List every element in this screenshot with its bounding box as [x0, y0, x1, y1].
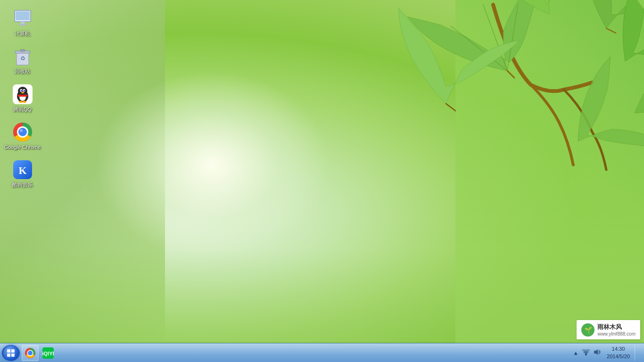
- recycle-bin-icon: ♻: [13, 46, 33, 66]
- svg-point-28: [20, 129, 23, 132]
- svg-line-4: [446, 104, 455, 111]
- svg-point-16: [18, 87, 27, 95]
- svg-point-21: [21, 92, 24, 93]
- desktop-icons: 计算机 ♻ 回收站: [5, 5, 40, 194]
- desktop-icon-qq[interactable]: 腾讯QQ: [5, 81, 40, 116]
- watermark-text: 雨林木风 www.ylmf888.com: [597, 323, 636, 337]
- svg-rect-7: [16, 11, 30, 20]
- system-tray: ▲ 14:30 2014/5/20: [572, 345, 642, 361]
- bg-bottom: [0, 249, 644, 343]
- svg-rect-33: [7, 354, 10, 357]
- svg-rect-40: [585, 353, 587, 355]
- bg-glow: [94, 71, 330, 259]
- computer-icon: [13, 8, 33, 28]
- start-button[interactable]: [2, 345, 20, 361]
- desktop-icon-recycle-bin[interactable]: ♻ 回收站: [5, 42, 40, 78]
- svg-point-27: [18, 128, 27, 136]
- svg-point-24: [23, 101, 26, 103]
- svg-text:♻: ♻: [20, 55, 25, 62]
- clock-time: 14:30: [607, 346, 630, 353]
- svg-rect-31: [7, 349, 10, 353]
- svg-rect-8: [21, 22, 25, 24]
- watermark: 🌱 雨林木风 www.ylmf888.com: [577, 320, 640, 339]
- clock-date: 2014/5/20: [607, 353, 630, 360]
- svg-rect-32: [11, 349, 15, 353]
- qq-icon: [13, 84, 33, 104]
- kugou-icon: K: [13, 160, 33, 180]
- svg-rect-9: [18, 24, 27, 25]
- svg-rect-22: [17, 95, 28, 97]
- svg-marker-43: [594, 349, 598, 355]
- start-orb: [3, 346, 18, 361]
- svg-point-19: [21, 90, 22, 91]
- svg-point-37: [28, 351, 33, 355]
- kugou-icon-label: 酷狗音乐: [12, 181, 33, 188]
- chrome-icon-label: Google Chrome: [4, 144, 41, 150]
- taskbar-iqiyi-icon: iQIYI: [42, 347, 54, 359]
- qq-icon-label: 腾讯QQ: [13, 106, 32, 113]
- taskbar: iQIYI ▲: [0, 343, 644, 362]
- watermark-logo: 🌱: [581, 323, 594, 337]
- watermark-brand: 雨林木风: [597, 323, 636, 331]
- computer-icon-label: 计算机: [15, 30, 30, 37]
- tray-network-icon[interactable]: [581, 347, 591, 358]
- show-desktop-button[interactable]: [635, 345, 638, 361]
- desktop-icon-kugou[interactable]: K 酷狗音乐: [5, 156, 40, 192]
- desktop-icon-chrome[interactable]: Google Chrome: [5, 118, 40, 154]
- svg-point-20: [24, 90, 25, 91]
- svg-text:iQIYI: iQIYI: [42, 351, 54, 356]
- tray-show-hidden[interactable]: ▲: [572, 349, 579, 357]
- svg-rect-42: [582, 349, 590, 351]
- taskbar-chrome-icon: [25, 347, 36, 359]
- svg-rect-12: [20, 49, 25, 51]
- desktop-icon-computer[interactable]: 计算机: [5, 5, 40, 41]
- taskbar-iqiyi[interactable]: iQIYI: [40, 345, 57, 361]
- tray-volume-icon[interactable]: [593, 347, 602, 358]
- recycle-bin-label: 回收站: [15, 68, 30, 74]
- svg-point-23: [19, 101, 23, 103]
- desktop: 计算机 ♻ 回收站: [0, 0, 644, 362]
- svg-text:K: K: [18, 165, 26, 176]
- watermark-url: www.ylmf888.com: [597, 331, 636, 337]
- chrome-icon: [13, 122, 33, 142]
- windows-logo-icon: [7, 349, 15, 357]
- svg-rect-41: [584, 351, 588, 353]
- svg-rect-34: [11, 354, 15, 357]
- taskbar-chrome[interactable]: [22, 345, 39, 361]
- taskbar-clock[interactable]: 14:30 2014/5/20: [604, 346, 633, 360]
